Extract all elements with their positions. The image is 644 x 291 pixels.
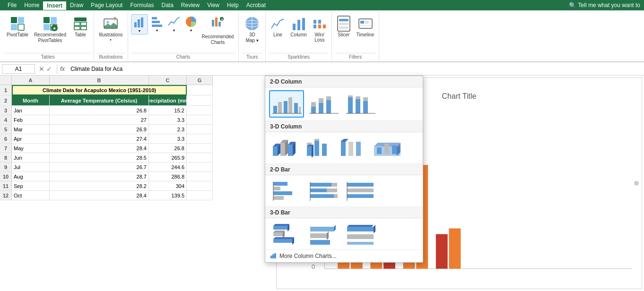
search-area[interactable]: 🔍 Tell me what you want to bbox=[569, 2, 640, 9]
cell-extra-4[interactable] bbox=[187, 115, 213, 125]
col-3d-4-button[interactable] bbox=[371, 135, 403, 161]
col-3d-3-button[interactable] bbox=[337, 135, 369, 161]
column-sparkline-button[interactable]: Column bbox=[288, 14, 308, 38]
confirm-icon[interactable]: ✓ bbox=[46, 65, 52, 73]
column-chart-button[interactable]: ▾ bbox=[131, 14, 148, 34]
cell-b7[interactable]: 28.4 bbox=[50, 144, 149, 153]
menu-insert[interactable]: Insert bbox=[43, 0, 66, 10]
slicer-button[interactable]: Slicer bbox=[335, 14, 353, 38]
pie-chart-button[interactable]: ▾ bbox=[183, 14, 199, 34]
cell-extra-3[interactable] bbox=[187, 106, 213, 115]
table-button[interactable]: Table bbox=[70, 14, 91, 39]
menu-draw[interactable]: Draw bbox=[66, 1, 87, 9]
cell-extra-6[interactable] bbox=[187, 134, 213, 144]
cell-c7[interactable]: 26.8 bbox=[149, 144, 187, 153]
cell-a3[interactable]: Jan bbox=[12, 106, 50, 115]
svg-rect-6 bbox=[44, 24, 50, 30]
recommended-charts-button[interactable]: ★ RecommendedCharts bbox=[200, 14, 236, 46]
cell-c2[interactable]: Precipitation (mm) bbox=[149, 95, 187, 106]
cell-a10[interactable]: Aug bbox=[12, 172, 50, 181]
cell-c9[interactable]: 244.6 bbox=[149, 163, 187, 172]
bar-3d-1-button[interactable] bbox=[269, 221, 304, 247]
cell-b3[interactable]: 26.8 bbox=[50, 106, 149, 115]
cell-extra-8[interactable] bbox=[187, 153, 213, 163]
filters-group-label: Filters bbox=[335, 53, 376, 60]
col-header-a[interactable]: A bbox=[12, 76, 50, 85]
line-sparkline-button[interactable]: Line bbox=[269, 14, 287, 38]
cell-extra-12[interactable] bbox=[187, 191, 213, 200]
cell-b4[interactable]: 27 bbox=[50, 115, 149, 125]
cell-c3[interactable]: 15.2 bbox=[149, 106, 187, 115]
cell-b5[interactable]: 26.9 bbox=[50, 125, 149, 134]
formula-input[interactable] bbox=[69, 65, 642, 73]
3d-map-button[interactable]: 3DMap ▾ bbox=[242, 14, 262, 44]
cell-b6[interactable]: 27.4 bbox=[50, 134, 149, 144]
cell-c5[interactable]: 2.3 bbox=[149, 125, 187, 134]
col-header-c[interactable]: C bbox=[149, 76, 187, 85]
bar-3d-3-button[interactable] bbox=[343, 221, 378, 247]
menu-formulas[interactable]: Formulas bbox=[126, 1, 157, 9]
line-area-chart-button[interactable]: ▾ bbox=[166, 14, 182, 34]
bar-3d-2-button[interactable] bbox=[306, 221, 341, 247]
cell-b9[interactable]: 26.7 bbox=[50, 163, 149, 172]
cell-a8[interactable]: Jun bbox=[12, 153, 50, 163]
recommended-pivottables-button[interactable]: ★ RecommendedPivotTables bbox=[32, 14, 68, 44]
cell-a5[interactable]: Mar bbox=[12, 125, 50, 134]
cell-c4[interactable]: 3.3 bbox=[149, 115, 187, 125]
cell-b12[interactable]: 28.4 bbox=[50, 191, 149, 200]
menu-view[interactable]: View bbox=[203, 1, 223, 9]
svg-rect-48 bbox=[365, 21, 369, 24]
bar-2d-2-button[interactable] bbox=[306, 178, 341, 204]
col-2d-stacked-button[interactable] bbox=[306, 90, 341, 118]
cell-a2[interactable]: Month bbox=[12, 95, 50, 106]
cell-d2[interactable] bbox=[187, 95, 213, 106]
cell-b10[interactable]: 28.7 bbox=[50, 172, 149, 181]
cell-b11[interactable]: 28.2 bbox=[50, 181, 149, 191]
cancel-icon[interactable]: ✕ bbox=[39, 65, 44, 73]
col-2d-clustered-button[interactable] bbox=[269, 90, 304, 118]
menu-acrobat[interactable]: Acrobat bbox=[243, 1, 270, 9]
bar-chart-button[interactable]: ▾ bbox=[149, 14, 165, 34]
pivot-table-button[interactable]: PivotTable bbox=[5, 14, 30, 39]
cell-a9[interactable]: Jul bbox=[12, 163, 50, 172]
cell-b8[interactable]: 28.5 bbox=[50, 153, 149, 163]
menu-page-layout[interactable]: Page Layout bbox=[87, 1, 126, 9]
col-3d-2-button[interactable] bbox=[303, 135, 335, 161]
menu-help[interactable]: Help bbox=[223, 1, 243, 9]
cell-c8[interactable]: 265.9 bbox=[149, 153, 187, 163]
cell-c12[interactable]: 139.5 bbox=[149, 191, 187, 200]
charts-group-label: Charts bbox=[131, 53, 236, 60]
col-header-b[interactable]: B bbox=[50, 76, 149, 85]
cell-c6[interactable]: 3.3 bbox=[149, 134, 187, 144]
cell-c10[interactable]: 286.8 bbox=[149, 172, 187, 181]
cell-b2[interactable]: Average Temperature (Celsius) bbox=[50, 95, 149, 106]
menu-file[interactable]: File bbox=[4, 1, 20, 9]
cell-extra-7[interactable] bbox=[187, 144, 213, 153]
cell-a6[interactable]: Apr bbox=[12, 134, 50, 144]
cell-extra-11[interactable] bbox=[187, 181, 213, 191]
col-header-g[interactable]: G bbox=[187, 76, 213, 85]
cell-a12[interactable]: Oct bbox=[12, 191, 50, 200]
cell-a1[interactable]: Climate Data for Acapulco Mexico (1951-2… bbox=[12, 85, 187, 95]
win-loss-button[interactable]: Win/Loss bbox=[311, 14, 329, 43]
col-3d-1-button[interactable] bbox=[269, 135, 301, 161]
col-2d-100pct-button[interactable] bbox=[343, 90, 378, 118]
cell-extra-5[interactable] bbox=[187, 125, 213, 134]
cell-extra-9[interactable] bbox=[187, 163, 213, 172]
svg-rect-115 bbox=[310, 183, 331, 187]
cell-a7[interactable]: May bbox=[12, 144, 50, 153]
cell-extra-10[interactable] bbox=[187, 172, 213, 181]
cell-c11[interactable]: 304 bbox=[149, 181, 187, 191]
illustrations-button[interactable]: ? Illustrations ▾ bbox=[97, 14, 125, 43]
menu-home[interactable]: Home bbox=[20, 1, 43, 9]
timeline-button[interactable]: Timeline bbox=[355, 14, 376, 38]
cell-a4[interactable]: Feb bbox=[12, 115, 50, 125]
name-box[interactable] bbox=[2, 64, 35, 74]
cell-d1[interactable] bbox=[187, 85, 213, 95]
menu-review[interactable]: Review bbox=[177, 1, 203, 9]
bar-2d-1-button[interactable] bbox=[269, 178, 304, 204]
cell-a11[interactable]: Sep bbox=[12, 181, 50, 191]
bar-2d-3-button[interactable] bbox=[343, 178, 378, 204]
more-charts-button[interactable]: More Column Charts... bbox=[265, 250, 423, 262]
menu-data[interactable]: Data bbox=[157, 1, 177, 9]
